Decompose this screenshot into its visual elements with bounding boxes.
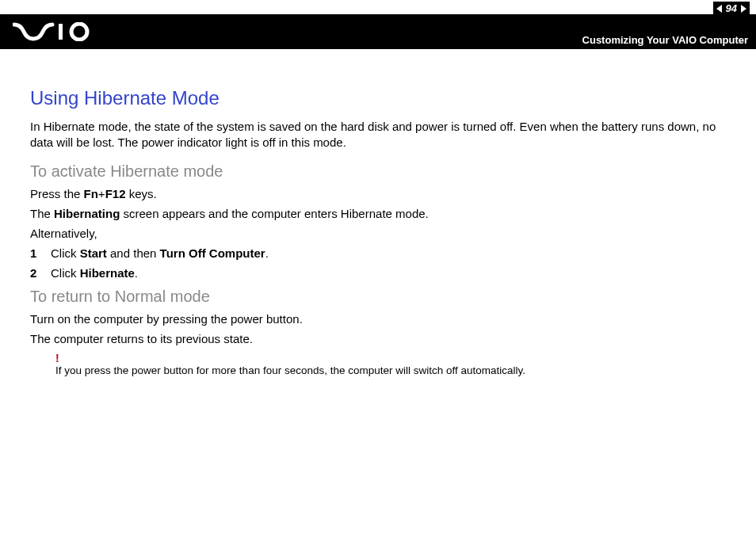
text: Press the: [30, 187, 84, 200]
warning-text: If you press the power button for more t…: [55, 353, 726, 376]
prev-page-icon[interactable]: [716, 5, 722, 13]
step-text: Click Hibernate.: [51, 266, 138, 280]
subhead-activate: To activate Hibernate mode: [30, 162, 726, 181]
text: Click: [51, 266, 80, 280]
intro-paragraph: In Hibernate mode, the state of the syst…: [30, 119, 726, 151]
warning-icon: !: [55, 352, 59, 364]
ui-turn-off: Turn Off Computer: [160, 246, 265, 260]
step-number: 2: [30, 266, 51, 280]
subhead-return: To return to Normal mode: [30, 288, 726, 306]
step-2: 2 Click Hibernate.: [30, 266, 726, 280]
text: .: [135, 266, 138, 280]
key-fn: Fn: [84, 187, 98, 200]
text: The: [30, 207, 54, 220]
header-bar: Customizing Your VAIO Computer: [0, 14, 756, 49]
page-content: Using Hibernate Mode In Hibernate mode, …: [0, 49, 756, 376]
text: and then: [107, 246, 160, 260]
step-text: Click Start and then Turn Off Computer.: [51, 246, 269, 260]
key-f12: F12: [105, 187, 126, 200]
breadcrumb: Customizing Your VAIO Computer: [582, 34, 748, 46]
text: Click: [51, 246, 80, 260]
alternatively-label: Alternatively,: [30, 227, 726, 240]
step-1: 1 Click Start and then Turn Off Computer…: [30, 246, 726, 260]
step-number: 1: [30, 246, 51, 260]
text: keys.: [125, 187, 156, 200]
vaio-logo-icon: [13, 22, 100, 41]
text: .: [265, 246, 269, 260]
screen-name: Hibernating: [54, 207, 120, 220]
ui-start: Start: [80, 246, 107, 260]
svg-rect-0: [59, 24, 63, 40]
ui-hibernate: Hibernate: [80, 266, 135, 280]
return-instruction-2: The computer returns to its previous sta…: [30, 332, 726, 345]
text: +: [98, 187, 105, 200]
page-nav: 94: [713, 2, 750, 15]
instruction-fn-f12: Press the Fn+F12 keys.: [30, 187, 726, 200]
svg-point-1: [71, 24, 87, 40]
warning-note: ! If you press the power button for more…: [30, 353, 726, 376]
page-number: 94: [722, 2, 741, 14]
return-instruction-1: Turn on the computer by pressing the pow…: [30, 312, 726, 326]
next-page-icon[interactable]: [741, 5, 746, 13]
page-title: Using Hibernate Mode: [30, 87, 726, 109]
text: screen appears and the computer enters H…: [120, 207, 428, 220]
instruction-hibernating-screen: The Hibernating screen appears and the c…: [30, 207, 726, 220]
